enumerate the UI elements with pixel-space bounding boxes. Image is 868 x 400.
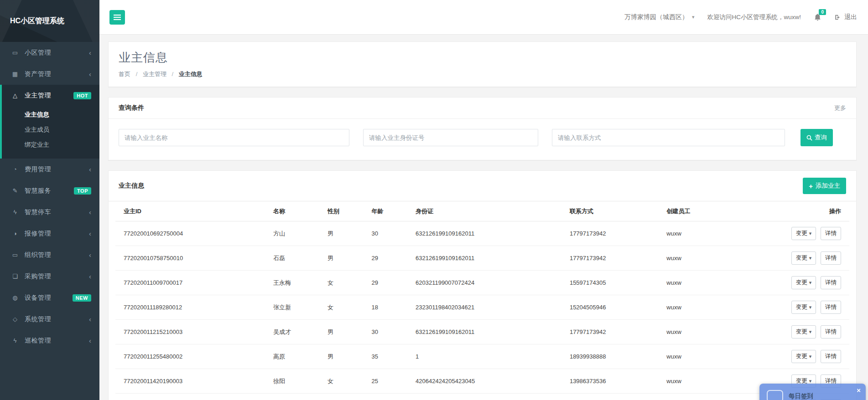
detail-button[interactable]: 详情 (821, 251, 841, 265)
more-link[interactable]: 更多 (834, 104, 846, 112)
sidebar-submenu: 业主信息业主成员绑定业主 (2, 106, 99, 159)
cell-name: 方山 (270, 221, 324, 246)
gem-icon: ◇ (11, 316, 19, 323)
cell-idcard: 620321199007072424 (412, 271, 566, 295)
owner-idcard-input[interactable] (363, 129, 538, 146)
sidebar-item-label: 组织管理 (25, 251, 89, 259)
owners-panel-title: 业主信息 (119, 182, 144, 190)
community-name: 万博家博园（城西区） (624, 13, 688, 21)
column-header: 创建员工 (663, 201, 765, 221)
cell-owner-id: 772020010758750010 (115, 246, 270, 271)
community-selector[interactable]: 万博家博园（城西区） ▾ (624, 13, 695, 21)
cell-name: 徐阳 (270, 369, 324, 394)
change-button[interactable]: 变更▾ (791, 276, 816, 289)
chevron-down-icon: ▾ (809, 378, 812, 384)
copy-icon: ❏ (11, 273, 19, 280)
cell-gender: 男 (324, 320, 368, 344)
table-row: 772020011009700017 王永梅 女 29 620321199007… (115, 271, 849, 295)
sidebar-item-smart-service[interactable]: ✎ 智慧服务TOP (2, 180, 99, 201)
search-button[interactable]: 查询 (800, 129, 833, 146)
search-icon (806, 135, 812, 141)
owner-phone-input[interactable] (552, 129, 785, 146)
cell-gender: 男 (324, 394, 368, 400)
sidebar-subitem[interactable]: 业主信息 (2, 107, 99, 122)
sidebar-item-asset[interactable]: ▦ 资产管理‹ (2, 63, 99, 85)
breadcrumb-home[interactable]: 首页 (119, 71, 130, 77)
badge-hot: HOT (73, 92, 91, 99)
chevron-left-icon: ‹ (89, 230, 91, 237)
sidebar-item-label: 智慧停车 (25, 208, 89, 216)
badge-new: NEW (73, 294, 91, 302)
chevron-left-icon: ‹ (89, 272, 91, 280)
cell-owner-id: 772020011255480002 (115, 344, 270, 369)
sidebar-toggle-button[interactable] (109, 10, 125, 25)
notifications-button[interactable]: 0 (814, 13, 821, 21)
welcome-text: 欢迎访问HC小区管理系统，wuxw! (707, 13, 801, 21)
breadcrumb-owner-mgmt[interactable]: 业主管理 (143, 71, 166, 77)
change-button[interactable]: 变更▾ (791, 301, 816, 314)
cell-creator: wuxw (663, 246, 765, 271)
title-panel: 业主信息 首页 / 业主管理 / 业主信息 (108, 41, 857, 87)
cell-gender: 男 (324, 221, 368, 246)
sidebar-item-device[interactable]: ◍ 设备管理NEW (2, 287, 99, 308)
sidebar-item-community[interactable]: ▭ 小区管理‹ (2, 42, 99, 63)
change-button[interactable]: 变更▾ (791, 227, 816, 240)
logout-button[interactable]: 退出 (834, 13, 857, 21)
owners-panel: 业主信息 + 添加业主 业主ID名称性别年龄身份证联系方式创建员工操作 7720… (108, 170, 857, 400)
owner-name-input[interactable] (119, 129, 349, 146)
sidebar-group-device: ◍ 设备管理NEW (0, 287, 99, 308)
cell-creator: wuxw (663, 394, 765, 400)
sidebar-item-system[interactable]: ◇ 系统管理‹ (2, 308, 99, 330)
chevron-left-icon: ‹ (89, 208, 91, 216)
query-panel: 查询条件 更多 查询 (108, 97, 857, 160)
sidebar-item-label: 巡检管理 (25, 337, 89, 345)
change-button[interactable]: 变更▾ (791, 325, 816, 338)
edit-icon: ✎ (11, 187, 19, 194)
sidebar-item-owner[interactable]: △ 业主管理HOT (2, 85, 99, 106)
sidebar-item-inspection[interactable]: ϟ 巡检管理‹ (2, 330, 99, 351)
sidebar-group-parking: ϟ 智慧停车‹ (0, 201, 99, 223)
notification-badge: 0 (819, 9, 826, 15)
toast-close-icon[interactable]: × (857, 387, 861, 394)
sidebar-item-repair[interactable]: ◑ 报修管理‹ (2, 223, 99, 244)
detail-button[interactable]: 详情 (821, 227, 841, 240)
sidebar-nav: ▭ 小区管理‹ ▦ 资产管理‹ △ 业主管理HOT业主信息业主成员绑定业主 ◔ … (0, 42, 99, 351)
cell-gender: 女 (324, 295, 368, 320)
sidebar-item-fee[interactable]: ◔ 费用管理‹ (2, 159, 99, 180)
cell-actions: 变更▾ 详情 (766, 320, 849, 344)
sidebar-item-parking[interactable]: ϟ 智慧停车‹ (2, 201, 99, 223)
detail-button[interactable]: 详情 (821, 301, 841, 314)
sidebar-subitem[interactable]: 绑定业主 (2, 137, 99, 152)
sidebar-item-organization[interactable]: ▭ 组织管理‹ (2, 244, 99, 266)
cell-idcard (412, 394, 566, 400)
change-button[interactable]: 变更▾ (791, 350, 816, 363)
sidebar-group-organization: ▭ 组织管理‹ (0, 244, 99, 266)
add-owner-button[interactable]: + 添加业主 (803, 178, 846, 194)
app-logo: HC小区管理系统 (0, 0, 99, 42)
change-button[interactable]: 变更▾ (791, 251, 816, 265)
query-form: 查询 (109, 119, 856, 160)
cell-phone: 13986373536 (566, 369, 663, 394)
table-row: 772020011255480002 高原 男 35 1 18939938888… (115, 344, 849, 369)
cell-creator: wuxw (663, 295, 765, 320)
column-header: 联系方式 (566, 201, 663, 221)
sidebar-item-label: 采购管理 (25, 272, 89, 281)
sidebar-subitem[interactable]: 业主成员 (2, 122, 99, 137)
detail-button[interactable]: 详情 (821, 350, 841, 363)
detail-button[interactable]: 详情 (821, 325, 841, 338)
signin-toast: 每日签到 × (759, 384, 866, 400)
chevron-left-icon: ‹ (89, 251, 91, 259)
detail-button[interactable]: 详情 (821, 276, 841, 289)
search-button-label: 查询 (815, 133, 827, 142)
cell-idcard: 632126199109162011 (412, 320, 566, 344)
cell-phone: 17797173942 (566, 221, 663, 246)
cell-idcard: 232301198402034621 (412, 295, 566, 320)
sidebar-group-purchase: ❏ 采购管理‹ (0, 266, 99, 287)
sidebar-item-purchase[interactable]: ❏ 采购管理‹ (2, 266, 99, 287)
column-header: 业主ID (115, 201, 270, 221)
cell-creator: wuxw (663, 221, 765, 246)
cell-age: 18 (368, 295, 412, 320)
sidebar-item-label: 设备管理 (25, 294, 73, 302)
sidebar-item-label: 报修管理 (25, 230, 89, 238)
chevron-down-icon: ▾ (809, 231, 812, 236)
